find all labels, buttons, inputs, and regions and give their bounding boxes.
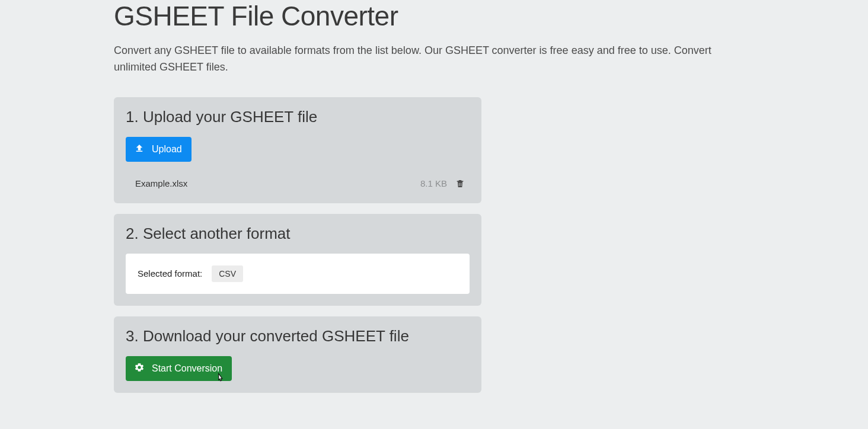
trash-icon[interactable] [455, 178, 465, 189]
file-name: Example.xlsx [135, 178, 420, 188]
upload-button[interactable]: Upload [126, 137, 192, 162]
gear-icon [134, 362, 145, 375]
step2-title: 2. Select another format [126, 225, 470, 243]
upload-icon [134, 143, 145, 156]
step3-panel: 3. Download your converted GSHEET file S… [114, 316, 481, 393]
upload-button-label: Upload [152, 144, 182, 155]
uploaded-file-row: Example.xlsx 8.1 KB [126, 176, 470, 191]
page-title: GSHEET File Converter [114, 0, 754, 32]
file-size: 8.1 KB [420, 178, 447, 188]
selected-format-label: Selected format: [138, 268, 202, 278]
page-description: Convert any GSHEET file to available for… [114, 43, 730, 76]
format-box: Selected format: CSV [126, 254, 470, 294]
selected-format-badge[interactable]: CSV [212, 265, 243, 282]
step1-title: 1. Upload your GSHEET file [126, 108, 470, 126]
start-conversion-label: Start Conversion [152, 363, 222, 374]
step1-panel: 1. Upload your GSHEET file Upload Exampl… [114, 97, 481, 203]
step3-title: 3. Download your converted GSHEET file [126, 327, 470, 345]
start-conversion-button[interactable]: Start Conversion [126, 356, 232, 381]
step2-panel: 2. Select another format Selected format… [114, 214, 481, 306]
